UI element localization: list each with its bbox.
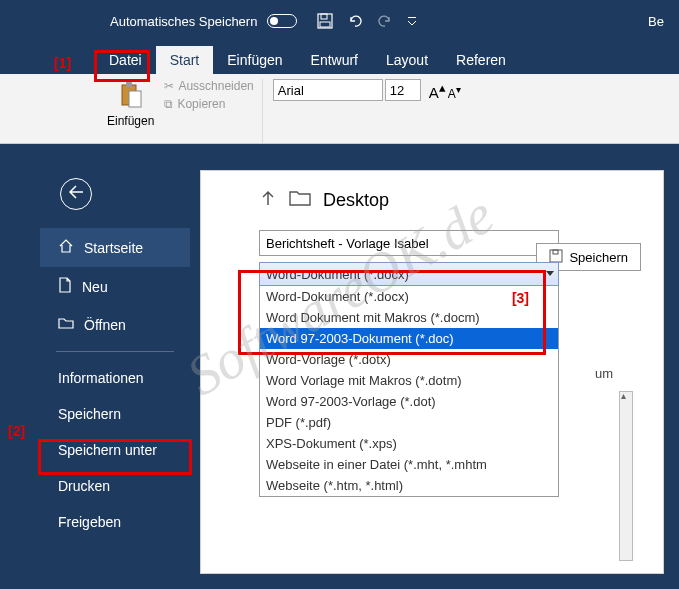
sidebar-label-new: Neu bbox=[82, 279, 108, 295]
folder-icon bbox=[289, 189, 311, 212]
copy-label: Kopieren bbox=[177, 97, 225, 111]
tab-einfuegen[interactable]: Einfügen bbox=[213, 46, 296, 74]
svg-rect-1 bbox=[321, 14, 327, 19]
sidebar-item-startseite[interactable]: Startseite bbox=[40, 228, 190, 267]
redo-icon[interactable] bbox=[377, 13, 393, 29]
paste-label: Einfügen bbox=[107, 114, 154, 128]
title-right-text: Be bbox=[648, 14, 664, 29]
filename-input[interactable] bbox=[259, 230, 559, 256]
sidebar-label-open: Öffnen bbox=[84, 317, 126, 333]
svg-rect-3 bbox=[408, 17, 416, 18]
sidebar-label-home: Startseite bbox=[84, 240, 143, 256]
new-doc-icon bbox=[58, 277, 72, 296]
home-icon bbox=[58, 238, 74, 257]
tab-start[interactable]: Start bbox=[156, 46, 214, 74]
cut-button[interactable]: ✂Ausschneiden bbox=[164, 79, 253, 93]
paste-button[interactable]: Einfügen bbox=[103, 79, 158, 130]
filetype-option[interactable]: Word Dokument mit Makros (*.docm) bbox=[260, 307, 558, 328]
sidebar-item-neu[interactable]: Neu bbox=[40, 267, 190, 306]
grow-font-icon[interactable]: A▴ bbox=[429, 80, 446, 101]
sidebar-item-drucken[interactable]: Drucken bbox=[40, 468, 190, 504]
autosave-label: Automatisches Speichern bbox=[110, 14, 257, 29]
sidebar-item-oeffnen[interactable]: Öffnen bbox=[40, 306, 190, 343]
sidebar-item-informationen[interactable]: Informationen bbox=[40, 360, 190, 396]
sidebar-separator bbox=[56, 351, 174, 352]
sidebar-label-saveas: Speichern unter bbox=[58, 442, 157, 458]
sidebar-item-speichern[interactable]: Speichern bbox=[40, 396, 190, 432]
annotation-1-label: [1] bbox=[54, 55, 71, 71]
filetype-option[interactable]: XPS-Dokument (*.xps) bbox=[260, 433, 558, 454]
svg-rect-6 bbox=[129, 91, 141, 107]
save-icon[interactable] bbox=[317, 13, 333, 29]
cut-label: Ausschneiden bbox=[178, 79, 253, 93]
filetype-option[interactable]: Word-Vorlage (*.dotx) bbox=[260, 349, 558, 370]
font-size-value: 12 bbox=[390, 83, 404, 98]
annotation-2-label: [2] bbox=[8, 423, 25, 439]
font-name-value: Arial bbox=[278, 83, 304, 98]
undo-icon[interactable] bbox=[347, 13, 363, 29]
filetype-selected: Word-Dokument (*.docx) bbox=[266, 267, 409, 282]
svg-rect-2 bbox=[320, 22, 330, 27]
sidebar-label-share: Freigeben bbox=[58, 514, 121, 530]
sidebar-label-save: Speichern bbox=[58, 406, 121, 422]
sidebar-label-print: Drucken bbox=[58, 478, 110, 494]
copy-icon: ⧉ bbox=[164, 97, 173, 111]
shrink-font-icon[interactable]: A▾ bbox=[448, 84, 461, 101]
tab-entwurf[interactable]: Entwurf bbox=[297, 46, 372, 74]
autosave-toggle[interactable] bbox=[267, 14, 297, 28]
tab-datei[interactable]: Datei bbox=[95, 46, 156, 74]
filetype-option[interactable]: PDF (*.pdf) bbox=[260, 412, 558, 433]
chevron-down-icon bbox=[546, 271, 554, 276]
tab-layout[interactable]: Layout bbox=[372, 46, 442, 74]
filetype-dropdown-list: Word-Dokument (*.docx) Word Dokument mit… bbox=[259, 286, 559, 497]
tab-referenzen[interactable]: Referen bbox=[442, 46, 520, 74]
folder-open-icon bbox=[58, 316, 74, 333]
back-button[interactable] bbox=[60, 178, 92, 210]
location-label: Desktop bbox=[323, 190, 389, 211]
svg-rect-7 bbox=[550, 250, 562, 262]
filetype-option[interactable]: Word Vorlage mit Makros (*.dotm) bbox=[260, 370, 558, 391]
up-arrow-icon[interactable] bbox=[259, 189, 277, 212]
clipboard-icon bbox=[119, 81, 143, 112]
qat-dropdown-icon[interactable] bbox=[407, 16, 417, 26]
sidebar-item-speichern-unter[interactable]: Speichern unter bbox=[40, 432, 190, 468]
font-size-combo[interactable]: 12 bbox=[385, 79, 421, 101]
filetype-option[interactable]: Webseite in einer Datei (*.mht, *.mhtm bbox=[260, 454, 558, 475]
sidebar-item-freigeben[interactable]: Freigeben bbox=[40, 504, 190, 540]
truncated-text: um bbox=[595, 366, 613, 381]
svg-rect-8 bbox=[553, 250, 558, 254]
svg-rect-5 bbox=[126, 82, 132, 87]
font-name-combo[interactable]: Arial bbox=[273, 79, 383, 101]
scissors-icon: ✂ bbox=[164, 79, 174, 93]
filetype-combo[interactable]: Word-Dokument (*.docx) bbox=[259, 262, 559, 286]
save-button-label: Speichern bbox=[569, 250, 628, 265]
filetype-option[interactable]: Webseite (*.htm, *.html) bbox=[260, 475, 558, 496]
filetype-option[interactable]: Word 97-2003-Dokument (*.doc) bbox=[260, 328, 558, 349]
filetype-option[interactable]: Word 97-2003-Vorlage (*.dot) bbox=[260, 391, 558, 412]
annotation-3-label: [3] bbox=[512, 290, 529, 306]
scrollbar[interactable] bbox=[619, 391, 633, 561]
copy-button[interactable]: ⧉Kopieren bbox=[164, 97, 253, 111]
back-arrow-icon bbox=[68, 185, 84, 203]
sidebar-label-info: Informationen bbox=[58, 370, 144, 386]
